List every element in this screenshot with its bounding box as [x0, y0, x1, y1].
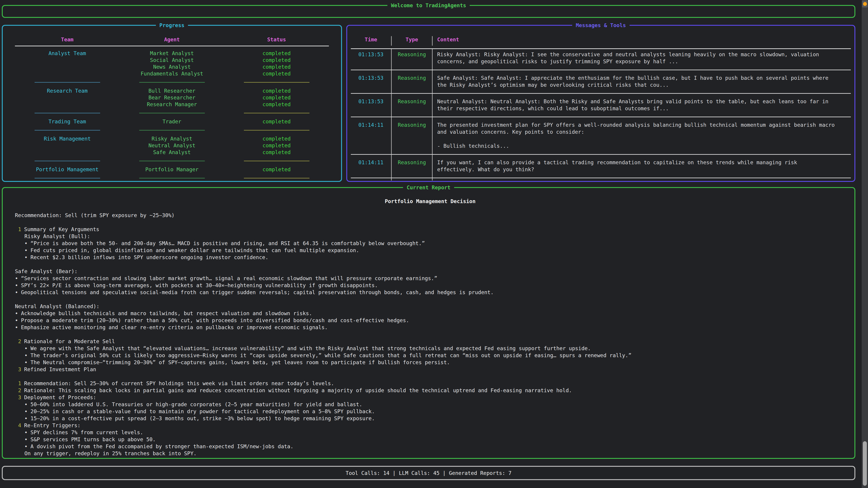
progress-row: Research Team Bull Researcher completed: [15, 88, 329, 94]
status-cell: completed: [224, 64, 329, 70]
agent-cell: Research Manager: [120, 101, 224, 108]
message-time: 01:14:11: [351, 120, 391, 152]
message-content: Risky Analyst: Risky Analyst: I see the …: [432, 49, 851, 68]
report-line: •S&P services PMI turns back up above 50…: [15, 436, 845, 443]
team-section-divider: [15, 125, 329, 135]
column-header-team: Team: [15, 36, 120, 43]
message-row: 01:13:53 Reasoning Neutral Analyst: Neut…: [351, 96, 851, 115]
report-line-text: “Services sector contraction and slowing…: [21, 275, 437, 281]
status-cell: completed: [224, 70, 329, 77]
progress-team-section: Trading Team Trader completed: [15, 118, 329, 135]
report-line: On any trigger, redeploy in 25% tranches…: [15, 450, 845, 457]
bullet-icon: •: [24, 248, 28, 253]
report-line-text: On any trigger, redeploy in 25% tranches…: [24, 451, 197, 456]
report-line-text: “Price is above both the 50- and 200-day…: [31, 240, 425, 246]
agent-cell: Bull Researcher: [120, 88, 224, 94]
message-content: The presented investment plan for SPY of…: [432, 120, 851, 152]
report-line: •A dovish pivot from the Fed accompanied…: [15, 443, 845, 450]
bullet-icon: •: [24, 240, 28, 246]
message-type: Reasoning: [391, 72, 432, 91]
team-cell: Risk Management: [15, 135, 120, 142]
agent-cell: Fundamentals Analyst: [120, 70, 224, 77]
scroll-top-button[interactable]: [862, 0, 868, 7]
team-cell: [15, 149, 120, 156]
team-section-divider: [15, 173, 329, 183]
report-line: •20–25% in cash or a stable-value fund t…: [15, 408, 845, 415]
progress-team-section: Research Team Bull Researcher completed …: [15, 88, 329, 118]
report-line: [15, 373, 845, 380]
report-line: 1Summary of Key Arguments: [15, 226, 845, 233]
progress-table-header: Team Agent Status: [15, 36, 329, 46]
report-line: •15–20% in a cost-effective put spread (…: [15, 415, 845, 422]
report-line-text: 15–20% in a cost-effective put spread (2…: [31, 416, 375, 421]
report-line-text: S&P services PMI turns back up above 50.: [31, 436, 156, 442]
report-line: •We agree with the Safe Analyst that “el…: [15, 345, 845, 352]
bullet-icon: •: [24, 352, 28, 358]
bullet-icon: •: [15, 324, 18, 330]
report-line-text: A dovish pivot from the Fed accompanied …: [31, 444, 293, 449]
status-cell: completed: [224, 57, 329, 64]
report-line: •The trader’s original 50% cut is likely…: [15, 352, 845, 359]
message-row-divider: [351, 68, 851, 72]
team-cell: [15, 94, 120, 101]
progress-row: Risk Management Risky Analyst completed: [15, 135, 329, 142]
bullet-icon: •: [15, 283, 18, 288]
message-row-divider: [351, 152, 851, 157]
agent-cell: Bear Researcher: [120, 94, 224, 101]
bullet-icon: •: [24, 416, 28, 421]
message-type: Reasoning: [391, 157, 432, 175]
status-cell: completed: [224, 94, 329, 101]
report-line: 1Recommendation: Sell 25–30% of current …: [15, 380, 845, 387]
scrollbar[interactable]: [862, 0, 868, 488]
message-row: 01:13:53 Reasoning Safe Analyst: Safe An…: [351, 72, 851, 91]
messages-table-header: Time Type Content: [351, 36, 851, 49]
agent-cell: Risky Analyst: [120, 135, 224, 142]
list-number: 3: [18, 394, 21, 400]
message-time: 01:14:11: [351, 157, 391, 175]
report-line-text: Rationale for a Moderate Sell: [24, 338, 115, 344]
report-line-text: Emphasize active monitoring and clear re…: [21, 324, 328, 330]
report-line-text: Safe Analyst (Bear):: [15, 268, 78, 274]
report-line-text: Summary of Key Arguments: [24, 226, 99, 232]
progress-row: Analyst Team Market Analyst completed: [15, 50, 329, 57]
list-number: 4: [18, 422, 21, 428]
agent-cell: Trader: [120, 118, 224, 125]
report-line: Recommendation: Sell (trim SPY exposure …: [15, 212, 845, 219]
scrollbar-thumb[interactable]: [863, 441, 867, 486]
column-header-status: Status: [224, 36, 329, 43]
bullet-icon: •: [24, 401, 28, 408]
message-time: 01:13:53: [351, 72, 391, 91]
team-cell: [15, 101, 120, 108]
report-line-text: Neutral Analyst (Balanced):: [15, 303, 99, 309]
report-line: [15, 261, 845, 268]
progress-row: Fundamentals Analyst completed: [15, 70, 329, 77]
report-line-text: SPY declines 7% from current levels.: [31, 429, 143, 435]
bullet-icon: •: [15, 311, 18, 316]
team-section-divider: [15, 77, 329, 88]
team-cell: Research Team: [15, 88, 120, 94]
agent-cell: Portfolio Manager: [120, 166, 224, 173]
report-lines: Recommendation: Sell (trim SPY exposure …: [15, 212, 845, 457]
report-line: •Acknowledge bullish technicals and macr…: [15, 310, 845, 317]
bullet-icon: •: [24, 429, 28, 435]
report-line-text: Recent $2.3 billion inflows into SPY und…: [31, 254, 268, 260]
report-line: •SPY declines 7% from current levels.: [15, 429, 845, 436]
report-line: •50–60% into laddered U.S. Treasuries or…: [15, 401, 845, 408]
report-line: •Geopolitical tensions and speculative s…: [15, 289, 845, 296]
report-line-text: We agree with the Safe Analyst that “ele…: [31, 346, 591, 351]
report-line: [15, 205, 845, 212]
bullet-icon: •: [15, 275, 18, 281]
progress-row: Research Manager completed: [15, 101, 329, 108]
progress-row: Trading Team Trader completed: [15, 118, 329, 125]
message-time: 01:13:53: [351, 96, 391, 115]
list-number: 1: [18, 226, 21, 232]
report-panel: Current Report Portfolio Management Deci…: [2, 187, 855, 459]
orange-dot-icon: [863, 2, 867, 6]
message-content: Neutral Analyst: Neutral Analyst: Both t…: [432, 96, 851, 115]
progress-panel: Progress Team Agent Status Analyst Team …: [2, 25, 342, 182]
report-line: 3Refined Investment Plan: [15, 366, 845, 373]
team-cell: [15, 70, 120, 77]
report-line-text: Propose a moderate trim (20–30%) rather …: [21, 318, 409, 323]
team-cell: Analyst Team: [15, 50, 120, 57]
team-section-divider: [15, 156, 329, 166]
